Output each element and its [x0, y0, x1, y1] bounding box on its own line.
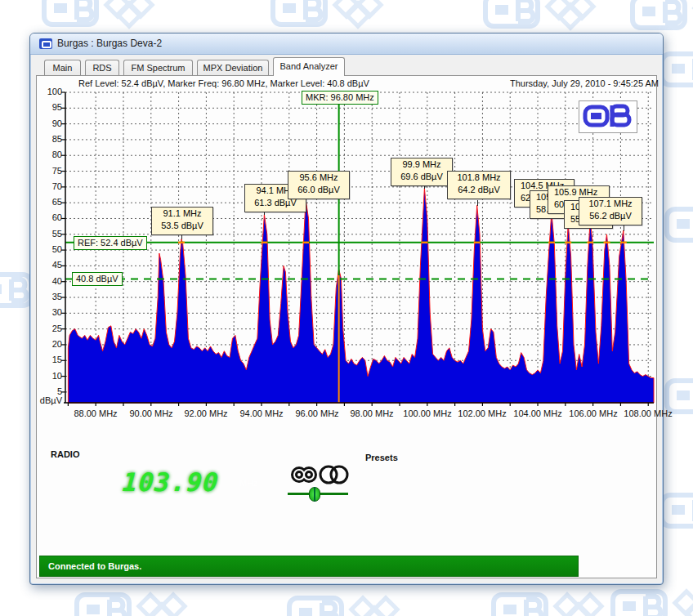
peak-callout-freq: 99.9 MHz [391, 158, 452, 171]
y-axis-tick-label: 10 [34, 371, 62, 381]
y-axis-tick-label: 95 [34, 102, 62, 112]
peak-callout-level: 69.6 dBµV [391, 171, 452, 183]
tab-fm-spectrum[interactable]: FM Spectrum [123, 60, 193, 75]
x-axis-tick-label: 108.00 MHz [619, 408, 677, 418]
x-axis-tick-label: 102.00 MHz [453, 408, 512, 418]
peak-callout: 95.6 MHz66.0 dBµV [288, 171, 350, 199]
balance-thumb-line [314, 487, 315, 502]
tab-band-analyzer[interactable]: Band Analyzer [273, 57, 345, 76]
deva-watermark [659, 490, 693, 534]
y-axis-tick-label: 80 [34, 150, 62, 159]
y-axis-tick-label: 45 [34, 260, 62, 270]
y-axis-tick-label: 25 [34, 324, 62, 333]
peak-callout: 107.1 MHz56.2 dBµV [579, 197, 642, 225]
deva-db-logo [579, 100, 637, 133]
app-icon [39, 38, 52, 49]
speakers-icon [289, 464, 350, 487]
radio-group-label: RADIO [47, 449, 83, 459]
datetime-text: Thursday, July 29, 2010 - 9:45:25 AM [441, 78, 659, 88]
peak-callout: 101.8 MHz64.2 dBµV [447, 171, 511, 199]
lcd-frequency-display: 103.90 [122, 467, 214, 497]
callout-leader-line [477, 200, 478, 206]
connection-status-text: Connected to Burgas. [48, 561, 141, 571]
window-title: Burgas : Burgas Deva-2 [57, 38, 162, 49]
deva-watermark [490, 590, 613, 616]
marker-frequency-label[interactable]: MKR: 96.80 MHz [302, 91, 378, 105]
tab-rds[interactable]: RDS [85, 60, 119, 75]
deva-watermark [659, 49, 693, 93]
y-axis-tick-label: 15 [34, 355, 62, 364]
window-titlebar[interactable]: Burgas : Burgas Deva-2 [30, 33, 663, 55]
deva-watermark [664, 204, 693, 248]
x-axis-tick-label: 94.00 MHz [232, 408, 291, 418]
peak-callout-freq: 91.1 MHz [152, 208, 212, 220]
x-axis-tick-label: 90.00 MHz [122, 408, 181, 418]
y-axis-tick-label: 65 [34, 197, 62, 207]
y-axis-tick-label: 60 [34, 212, 62, 222]
x-axis-tick-label: 96.00 MHz [288, 408, 346, 418]
peak-callout-level: 53.5 dBµV [152, 220, 212, 232]
callout-leader-line [624, 225, 624, 231]
presets-group-label: Presets [362, 453, 401, 462]
marker-level-label: 40.8 dBµV [72, 272, 123, 286]
peak-callout-level: 64.2 dBµV [448, 184, 510, 196]
ref-level-label[interactable]: REF: 52.4 dBµV [74, 236, 147, 250]
x-axis-tick-label: 104.00 MHz [508, 408, 567, 418]
y-axis-tick-label: 40 [34, 276, 62, 286]
y-axis-tick-label: 55 [34, 229, 62, 239]
deva-watermark [482, 0, 605, 34]
y-axis-tick-label: 50 [34, 244, 62, 254]
x-axis-tick-label: 98.00 MHz [342, 408, 401, 418]
peak-callout-freq: 95.6 MHz [288, 172, 349, 184]
y-axis-tick-label: 90 [34, 118, 62, 128]
peak-callout: 99.9 MHz69.6 dBµV [391, 158, 453, 186]
deva-watermark [610, 587, 693, 616]
peak-callout-freq: 101.8 MHz [448, 172, 510, 184]
y-axis-tick-label: 70 [34, 181, 62, 191]
spectrum-plot[interactable] [65, 92, 654, 403]
x-axis-tick-label: 92.00 MHz [177, 408, 235, 418]
deva-watermark [41, 0, 163, 33]
marker-status-text: Ref Level: 52.4 dBµV, Marker Freq: 96.80… [78, 78, 369, 88]
deva-watermark [286, 593, 409, 616]
mhz-unit-label: MHz [239, 478, 258, 488]
peak-callout-freq: 107.1 MHz [579, 198, 642, 210]
y-axis-tick-label: 30 [34, 307, 62, 317]
x-axis-tick-label: 106.00 MHz [564, 408, 623, 418]
peak-callout: 91.1 MHz53.5 dBµV [151, 207, 213, 235]
peak-callout-level: 66.0 dBµV [288, 184, 349, 196]
y-axis-tick-label: 85 [34, 134, 62, 144]
peak-callout-level: 56.2 dBµV [579, 210, 642, 222]
connection-status-bar: Connected to Burgas. [39, 556, 579, 577]
y-axis-tick-label: 100 [34, 87, 62, 96]
deva-watermark [74, 590, 196, 616]
y-axis-tick-label: 75 [34, 166, 62, 176]
x-axis-tick-label: 88.00 MHz [66, 408, 125, 418]
y-axis-tick-label: 35 [34, 292, 62, 301]
deva-watermark [629, 0, 693, 36]
tab-mpx-deviation[interactable]: MPX Deviation [197, 60, 269, 75]
deva-watermark [270, 0, 392, 33]
x-axis-tick-label: 100.00 MHz [398, 408, 457, 418]
y-axis-unit-label: dBµV [31, 395, 62, 405]
tab-main[interactable]: Main [44, 60, 81, 75]
y-axis-tick-label: 20 [34, 339, 62, 349]
